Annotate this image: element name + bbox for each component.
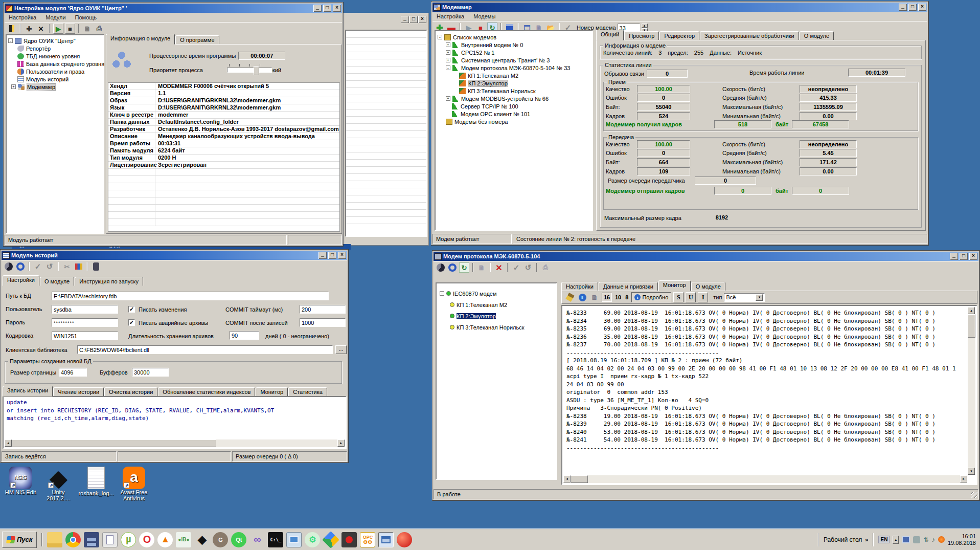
refresh-protocol-icon[interactable]: ↻ [459,262,469,273]
tray-devices-icon[interactable] [913,536,920,543]
tree-root-kernel[interactable]: -Ядро ОУИК "Центр" [7,37,103,45]
add-module-icon[interactable]: ✚ [24,24,34,34]
inkscape-icon[interactable]: ◆ [194,532,210,547]
write-archives-checkbox[interactable]: ✓ [128,319,135,326]
type-filter-combobox[interactable]: Всё▾ [724,293,765,302]
android-studio-icon[interactable]: ⚙ [305,532,320,547]
bg-minimize-button[interactable]: _ [401,16,409,23]
hidden-icons-chevron[interactable]: ▴ [893,536,899,544]
write-changes-checkbox[interactable]: ✓ [128,306,135,313]
sql-editor[interactable]: update or insert into RECHISTORY (REC_ID… [3,396,347,449]
opc-server-icon[interactable]: OPC⚙⚙ [360,532,375,547]
stop-protocol-icon[interactable] [447,262,458,273]
tab-about-module[interactable]: О модуле [40,277,74,286]
print-icon[interactable]: ⎙ [540,262,551,273]
desktop-icon-avast[interactable]: a↗ Avast Free Antivirus [116,467,152,501]
w3-maximize-button[interactable]: □ [328,252,336,259]
w4-minimize-button[interactable]: _ [950,253,958,260]
tab-data-bindings[interactable]: Данные и привязки [599,282,658,291]
browse-button[interactable]: ... [335,345,347,354]
tree-item-modem[interactable]: +Внутренний модем № 0 [437,41,591,49]
stats-chart-icon[interactable] [74,261,84,272]
w2-minimize-button[interactable]: _ [899,4,907,11]
bg-maximize-button[interactable]: □ [409,16,418,23]
tray-display-icon[interactable] [902,536,910,543]
w2-close-button[interactable]: × [918,4,926,11]
chrome-icon[interactable] [65,532,81,547]
start-module-icon[interactable]: ▶ [53,24,63,34]
buffers-input[interactable]: 30000 [132,368,169,377]
clear-log-broom-icon[interactable] [565,292,575,302]
password-input[interactable]: ********* [52,318,118,327]
tree-item-channel-selected[interactable]: КП 2:Эмулятор [437,79,591,87]
tab-module-info[interactable]: Информация о модуле [106,34,175,45]
exit-door-icon[interactable] [7,24,17,34]
visual-studio-icon[interactable]: ∞ [249,532,265,547]
w3-close-button[interactable]: × [338,252,346,259]
tab-update-index-stats[interactable]: Обновление статистики индексов [158,387,255,397]
new-doc-icon[interactable]: 🗎 [476,262,487,273]
tree-item-modem[interactable]: +Системная централь 'Гранит' № 3 [437,56,591,64]
w3-minimize-button[interactable]: _ [318,252,327,259]
tab-monitor[interactable]: Монитор [658,280,691,291]
desktop-toolbar-label[interactable]: Рабочий стол [824,536,862,543]
w2-maximize-button[interactable]: □ [908,4,917,11]
w1-close-button[interactable]: × [333,5,341,12]
desktop-icon-unity[interactable]: ◆↗ Unity 2017.2.... [40,467,77,501]
server-manager-icon[interactable] [84,532,99,547]
qt-creator-icon[interactable]: Qt [231,532,246,547]
undo-icon[interactable]: ↺ [44,261,55,272]
w4-close-button[interactable]: × [969,253,977,260]
tab-read-history[interactable]: Чтение истории [53,387,104,397]
priority-slider[interactable] [227,64,273,75]
utorrent-icon[interactable]: µ [121,532,136,547]
log-vscrollbar[interactable]: ▴▾ [968,307,975,475]
start-record-icon[interactable] [4,261,14,272]
tab-statistics[interactable]: Статистика [288,387,327,397]
menu-modemy[interactable]: Модемы [473,13,495,19]
gimp-icon[interactable]: G [213,532,228,547]
database-device-icon[interactable] [91,261,101,272]
tray-antivirus-icon[interactable] [938,536,945,543]
frame-type-s-button[interactable]: S [673,292,683,302]
tree-root-modem-list[interactable]: -Список модемов [437,33,591,41]
w1-maximize-button[interactable]: □ [323,5,331,12]
cut-icon[interactable]: ✂ [62,261,72,272]
vlc-icon[interactable]: ▲ [157,532,173,547]
combo-dropdown-icon[interactable]: ▾ [756,294,763,301]
clock[interactable]: 16:01 19.08.2018 [948,533,978,546]
tree-item-kp2-selected[interactable]: КП 2:Эмулятор [439,312,554,320]
tree-item-modem[interactable]: +Модем MODBUS-устройств № 66 [437,95,591,102]
tree-item-no-number[interactable]: Модемы без номера [437,118,591,125]
command-prompt-icon[interactable]: C:\_ [268,532,283,547]
bg-close-button[interactable]: × [418,16,426,23]
start-protocol-icon[interactable] [436,262,446,273]
tree-item-channel[interactable]: КП 3:Телеканал Норильск [437,87,591,95]
delete-module-icon[interactable]: ✕ [36,24,46,34]
w2-titlebar[interactable]: Модеммер _□× [432,3,927,12]
tree-item-modem[interactable]: +СРС152 № 1 [437,49,591,56]
language-indicator[interactable]: EN [878,536,890,543]
radix-10-button[interactable]: 10 [614,294,622,300]
w1-titlebar[interactable]: Настройка модуля 'Ядро ОУИК "Центр" ' _□… [5,4,342,13]
keep-days-input[interactable]: 90 [230,331,259,340]
tree-item-modem[interactable]: Модем OPC клиент № 101 [437,110,591,118]
priority-slider-thumb[interactable] [254,66,259,75]
frame-type-i-button[interactable]: I [698,292,708,302]
tree-root-iec-modem[interactable]: -IEC60870 модем [439,290,554,297]
tree-item-tbd[interactable]: ТБД-нижнего уровня [7,52,103,60]
tree-item-middb[interactable]: База данных среднего уровня [7,60,103,68]
explorer-folder-icon[interactable] [47,532,62,547]
menu-nastroika[interactable]: Настройка [9,14,36,20]
tab-write-history[interactable]: Запись истории [3,386,53,397]
sql-hscrollbar[interactable]: ◂▸ [5,439,345,447]
commit-timeout-input[interactable]: 200 [300,305,346,314]
apply-icon[interactable]: ✓ [33,261,43,272]
tree-item-modem[interactable]: Сервер TCP/IP № 100 [437,102,591,110]
tree-item-history[interactable]: Модуль историй [7,75,103,83]
tree-item-modem-iec104[interactable]: -Модем протокола МЭК-60870-5-104 № 33 [437,64,591,72]
resize-grip[interactable] [971,492,977,498]
tab-about[interactable]: О модуле [800,31,834,40]
tab-common[interactable]: Общий [596,30,624,40]
tree-item-modemmer[interactable]: +Модеммер [7,83,103,91]
